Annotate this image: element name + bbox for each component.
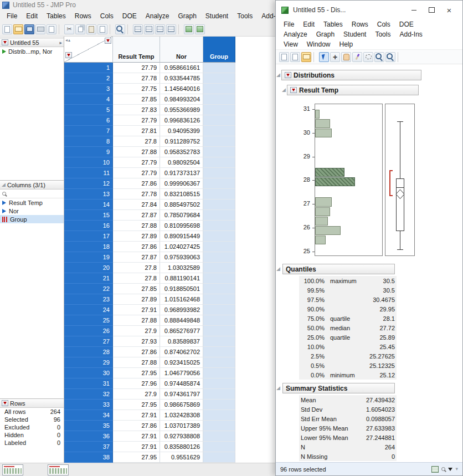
cell-result-temp[interactable]: 27.81 — [113, 126, 160, 136]
menu-item-analyze[interactable]: Analyze — [141, 11, 174, 21]
menu-item-tools[interactable]: Tools — [233, 11, 257, 21]
table-row[interactable]: 827.80.911289752 — [64, 136, 235, 147]
menu-item-doe[interactable]: DOE — [395, 19, 418, 29]
table-row[interactable]: 2627.90.865276977 — [64, 326, 235, 336]
cell-group[interactable] — [203, 94, 235, 105]
row-number-cell[interactable]: 8 — [64, 136, 113, 147]
cell-group[interactable] — [203, 199, 235, 210]
row-number-cell[interactable]: 38 — [64, 452, 113, 463]
panel-splitter-arrows[interactable]: ◂▴ — [65, 38, 71, 43]
cell-group[interactable] — [203, 157, 235, 168]
histogram-bar[interactable] — [315, 129, 332, 137]
hand-icon[interactable] — [341, 52, 351, 62]
menu-item-tables[interactable]: Tables — [319, 19, 347, 29]
menu-item-view[interactable]: View — [279, 39, 302, 49]
cell-group[interactable] — [203, 294, 235, 305]
cut-icon[interactable] — [64, 24, 74, 34]
disclosure-icon[interactable]: ◢ — [282, 88, 286, 93]
row-number-cell[interactable]: 36 — [64, 431, 113, 442]
cell-group[interactable] — [203, 63, 235, 73]
table-row[interactable]: 927.880.958352783 — [64, 147, 235, 157]
cell-nor[interactable]: 1.03032589 — [160, 263, 203, 273]
table-row[interactable]: 1027.790.98092504 — [64, 157, 235, 168]
row-number-cell[interactable]: 31 — [64, 378, 113, 389]
open-file-icon[interactable] — [13, 24, 23, 34]
grabber-icon[interactable] — [330, 52, 340, 62]
menu-item-analyze[interactable]: Analyze — [279, 29, 312, 39]
table-row[interactable]: 3327.950.986675869 — [64, 400, 235, 410]
menu-item-graph[interactable]: Graph — [173, 11, 200, 21]
row-number-cell[interactable]: 2 — [64, 73, 113, 84]
cell-result-temp[interactable]: 27.9 — [113, 326, 160, 336]
cell-nor[interactable]: 0.835880126 — [160, 442, 203, 452]
menu-item-window[interactable]: Window — [302, 39, 335, 49]
cell-result-temp[interactable]: 27.86 — [113, 347, 160, 357]
histogram-bar[interactable] — [315, 110, 320, 119]
new-journal-icon[interactable] — [279, 52, 289, 62]
open-file-icon[interactable] — [301, 52, 311, 62]
menu-item-file[interactable]: File — [279, 19, 299, 29]
row-number-cell[interactable]: 33 — [64, 400, 113, 410]
row-number-cell[interactable]: 13 — [64, 189, 113, 199]
histogram-bar[interactable] — [315, 119, 330, 128]
cell-nor[interactable]: 0.996836126 — [160, 115, 203, 126]
cell-result-temp[interactable]: 27.88 — [113, 315, 160, 326]
format-painter-icon[interactable] — [97, 24, 107, 34]
cell-result-temp[interactable]: 27.95 — [113, 452, 160, 463]
table-row[interactable]: 3127.960.974485874 — [64, 378, 235, 389]
table-row[interactable]: 3227.90.974361797 — [64, 389, 235, 400]
cell-result-temp[interactable]: 27.88 — [113, 147, 160, 157]
magnifier-icon[interactable] — [374, 52, 384, 62]
cell-nor[interactable]: 0.975939063 — [160, 252, 203, 263]
cell-group[interactable] — [203, 431, 235, 442]
cell-result-temp[interactable]: 27.95 — [113, 400, 160, 410]
cell-group[interactable] — [203, 326, 235, 336]
lasso-icon[interactable] — [363, 52, 373, 62]
columns-panel-header[interactable]: ◢ Columns (3/1) — [0, 180, 64, 190]
journal-icon[interactable] — [47, 24, 56, 34]
run-script-icon[interactable] — [2, 49, 6, 54]
maximize-button[interactable] — [424, 4, 439, 16]
cell-group[interactable] — [203, 305, 235, 315]
cell-result-temp[interactable]: 27.79 — [113, 168, 160, 178]
red-triangle-menu-icon[interactable] — [290, 87, 297, 93]
table-row[interactable]: 3027.951.046779056 — [64, 368, 235, 378]
cell-nor[interactable]: 1.046779056 — [160, 368, 203, 378]
table-row[interactable]: 2127.80.881190141 — [64, 273, 235, 284]
distributions-header[interactable]: Distributions — [281, 70, 421, 80]
table-row[interactable]: 3827.950.9551629 — [64, 452, 235, 463]
cell-group[interactable] — [203, 421, 235, 431]
cell-nor[interactable]: 0.999906367 — [160, 178, 203, 189]
cell-nor[interactable]: 0.923415025 — [160, 357, 203, 368]
red-triangle-menu-icon[interactable] — [2, 400, 8, 406]
table-row[interactable]: 1927.870.975939063 — [64, 252, 235, 263]
cell-result-temp[interactable]: 27.89 — [113, 231, 160, 242]
cell-nor[interactable]: 0.890915449 — [160, 231, 203, 242]
table-row[interactable]: 527.830.955366989 — [64, 105, 235, 115]
table-row[interactable]: 1827.861.024027425 — [64, 242, 235, 252]
cell-nor[interactable]: 0.918850501 — [160, 284, 203, 294]
columns-search-box[interactable] — [0, 190, 64, 198]
table-row[interactable]: 327.751.145640016 — [64, 84, 235, 94]
table-row[interactable]: 1527.870.785079684 — [64, 210, 235, 221]
sort-table-icon[interactable] — [155, 24, 165, 34]
paste-icon[interactable] — [86, 24, 96, 34]
table-row[interactable]: 1427.840.885497502 — [64, 199, 235, 210]
cell-group[interactable] — [203, 126, 235, 136]
row-number-cell[interactable]: 35 — [64, 421, 113, 431]
column-item-nor[interactable]: Nor — [0, 207, 64, 215]
cell-result-temp[interactable]: 27.86 — [113, 178, 160, 189]
cell-result-temp[interactable]: 27.8 — [113, 273, 160, 284]
table-row[interactable]: 3627.910.927938808 — [64, 431, 235, 442]
chevron-right-icon[interactable]: ▸ — [59, 40, 62, 45]
row-number-cell[interactable]: 26 — [64, 326, 113, 336]
cell-nor[interactable]: 0.984993204 — [160, 94, 203, 105]
cell-result-temp[interactable]: 27.85 — [113, 284, 160, 294]
menu-item-cols[interactable]: Cols — [96, 11, 118, 21]
summary-table-icon[interactable] — [133, 24, 143, 34]
row-number-cell[interactable]: 37 — [64, 442, 113, 452]
cell-group[interactable] — [203, 147, 235, 157]
cell-group[interactable] — [203, 189, 235, 199]
cell-group[interactable] — [203, 136, 235, 147]
cell-nor[interactable]: 0.958352783 — [160, 147, 203, 157]
